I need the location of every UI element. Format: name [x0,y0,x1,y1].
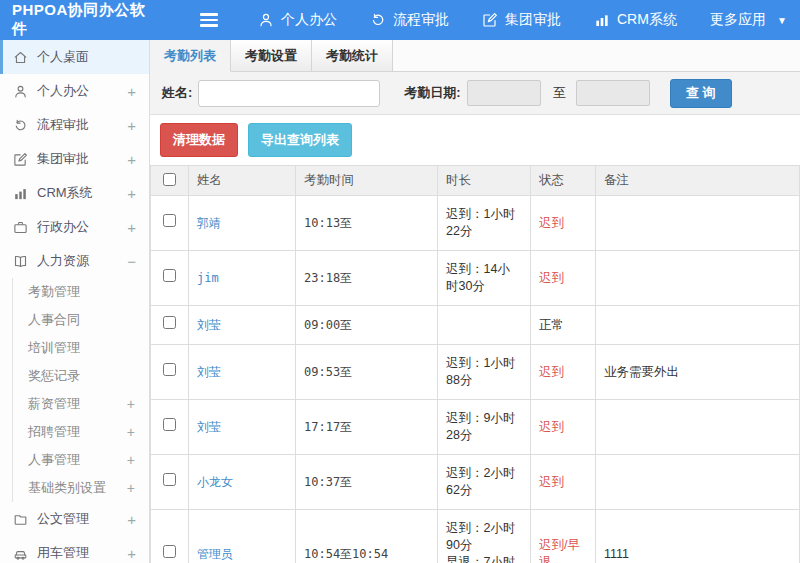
row-checkbox[interactable] [163,473,176,486]
submenu-item-attendance-mgmt[interactable]: 考勤管理 [13,278,149,306]
hr-submenu: 考勤管理 人事合同 培训管理 奖惩记录 薪资管理 + 招聘管理 + [12,278,149,502]
employee-name-link[interactable]: 刘莹 [197,365,221,379]
attendance-table: 姓名 考勤时间 时长 状态 备注 郭靖 10:13至 迟到：1小时22分 迟到 [150,165,800,563]
submenu-item-recruit-mgmt[interactable]: 招聘管理 + [13,418,149,446]
employee-name-link[interactable]: 管理员 [197,547,233,561]
sidebar-item-crm-system[interactable]: CRM系统 + [0,176,149,210]
submenu-item-personnel-mgmt[interactable]: 人事管理 + [13,446,149,474]
tab-attendance-list[interactable]: 考勤列表 [150,40,231,72]
expand-sign: + [127,151,136,168]
table-row: 郭靖 10:13至 迟到：1小时22分 迟到 [151,196,800,251]
bar-chart-icon [594,12,610,28]
employee-name-link[interactable]: 刘莹 [197,420,221,434]
expand-sign: + [127,511,136,528]
expand-sign: + [127,117,136,134]
column-header-time: 考勤时间 [296,166,438,196]
sidebar-item-admin-office[interactable]: 行政办公 + [0,210,149,244]
expand-sign: + [127,424,135,440]
select-all-checkbox[interactable] [163,173,176,186]
caret-down-icon[interactable]: ▼ [777,15,787,26]
expand-sign: + [127,545,136,562]
row-checkbox[interactable] [163,316,176,329]
top-navigation: 个人办公 流程审批 集团审批 CRM系统 更多应用 ▼ [258,11,787,29]
date-label: 考勤日期: [404,84,460,102]
sidebar-item-label: 流程审批 [37,116,89,134]
expand-sign: + [127,452,135,468]
submenu-item-label: 薪资管理 [28,395,80,413]
query-button[interactable]: 查 询 [670,79,732,108]
main-content: 考勤列表 考勤设置 考勤统计 姓名: 考勤日期: 至 查 询 清理数据 导出查询… [150,40,800,563]
name-input[interactable] [198,80,380,107]
submenu-item-label: 奖惩记录 [28,367,80,385]
topnav-personal-office[interactable]: 个人办公 [258,11,337,29]
status-text: 迟到 [539,271,564,285]
status-text: 正常 [539,318,564,332]
home-icon [13,50,28,65]
submenu-item-base-category-settings[interactable]: 基础类别设置 + [13,474,149,502]
topnav-workflow-approval[interactable]: 流程审批 [370,11,449,29]
column-header-note: 备注 [596,166,800,196]
sidebar-item-personal-office[interactable]: 个人办公 + [0,74,149,108]
sidebar-item-vehicle-mgmt[interactable]: 用车管理 + [0,536,149,563]
submenu-item-salary-mgmt[interactable]: 薪资管理 + [13,390,149,418]
tab-attendance-stats[interactable]: 考勤统计 [312,40,393,71]
attendance-time: 17:17至 [296,400,438,455]
sidebar-item-human-resources[interactable]: 人力资源 − [0,244,149,278]
top-header-bar: PHPOA协同办公软件 个人办公 流程审批 集团审批 CRM系统 更多应用 ▼ [0,0,800,40]
sidebar-item-workflow-approval[interactable]: 流程审批 + [0,108,149,142]
status-text: 迟到/早退 [539,538,580,563]
employee-name-link[interactable]: 郭靖 [197,216,221,230]
submenu-item-training-mgmt[interactable]: 培训管理 [13,334,149,362]
attendance-table-container: 姓名 考勤时间 时长 状态 备注 郭靖 10:13至 迟到：1小时22分 迟到 [150,165,800,563]
export-list-button[interactable]: 导出查询列表 [248,123,352,157]
attendance-time: 09:00至 [296,306,438,345]
edit-icon [482,12,498,28]
sidebar-item-group-approval[interactable]: 集团审批 + [0,142,149,176]
expand-sign: + [127,185,136,202]
topnav-more-apps[interactable]: 更多应用 [710,11,766,29]
column-header-name: 姓名 [189,166,296,196]
row-checkbox[interactable] [163,418,176,431]
car-icon [13,546,28,561]
sidebar-item-label: 人力资源 [37,252,89,270]
submenu-item-label: 培训管理 [28,339,80,357]
expand-sign: + [127,396,135,412]
status-text: 迟到 [539,216,564,230]
flow-icon [370,12,386,28]
sidebar-item-label: 集团审批 [37,150,89,168]
date-to-input[interactable] [576,80,650,106]
date-from-input[interactable] [467,80,541,106]
row-checkbox[interactable] [163,269,176,282]
table-header-row: 姓名 考勤时间 时长 状态 备注 [151,166,800,196]
status-text: 迟到 [539,365,564,379]
row-checkbox[interactable] [163,214,176,227]
search-form: 姓名: 考勤日期: 至 查 询 [150,72,800,115]
row-checkbox[interactable] [163,363,176,376]
sidebar-item-document-mgmt[interactable]: 公文管理 + [0,502,149,536]
submenu-item-label: 人事合同 [28,311,80,329]
row-checkbox[interactable] [163,545,176,558]
hamburger-menu-icon[interactable] [196,6,222,34]
collapse-sign: − [127,253,136,270]
table-row: 刘莹 17:17至 迟到：9小时28分 迟到 [151,400,800,455]
employee-name-link[interactable]: 小龙女 [197,475,233,489]
attendance-time: 23:18至 [296,251,438,306]
sidebar-item-label: 行政办公 [37,218,89,236]
submenu-item-hr-contract[interactable]: 人事合同 [13,306,149,334]
note: 1111 [596,510,800,563]
clean-data-button[interactable]: 清理数据 [160,123,238,157]
topnav-crm-system[interactable]: CRM系统 [594,11,677,29]
attendance-time: 09:53至 [296,345,438,400]
submenu-item-reward-punishment[interactable]: 奖惩记录 [13,362,149,390]
topnav-label: 集团审批 [505,11,561,29]
topnav-group-approval[interactable]: 集团审批 [482,11,561,29]
employee-name-link[interactable]: 刘莹 [197,318,221,332]
sidebar-item-label: 用车管理 [37,544,89,562]
table-row: jim 23:18至 迟到：14小时30分 迟到 [151,251,800,306]
sidebar: 个人桌面 个人办公 + 流程审批 + 集团审批 + CRM系统 + 行政办公 + [0,40,150,563]
employee-name-link[interactable]: jim [197,271,219,285]
column-header-duration: 时长 [438,166,531,196]
tab-attendance-settings[interactable]: 考勤设置 [231,40,312,71]
sidebar-item-personal-desktop[interactable]: 个人桌面 [0,40,149,74]
expand-sign: + [127,480,135,496]
